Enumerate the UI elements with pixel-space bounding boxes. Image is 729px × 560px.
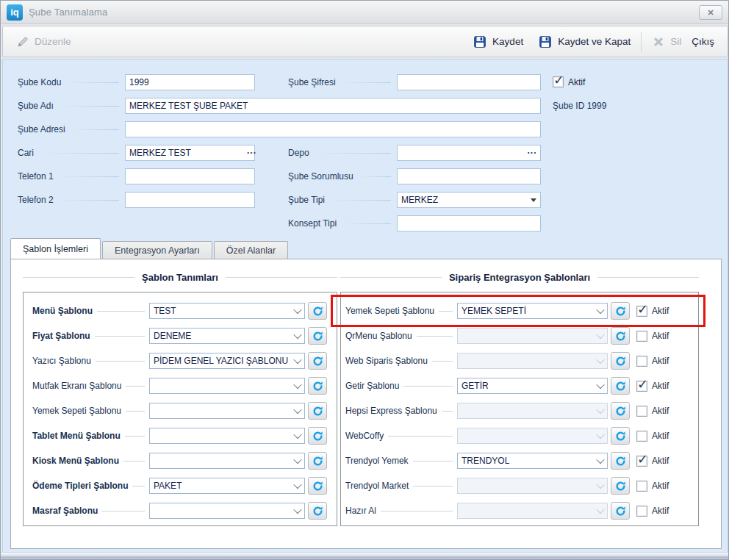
select-deme-tipleri-ablonu[interactable]: PAKET bbox=[149, 478, 305, 494]
leader-line bbox=[96, 361, 145, 362]
refresh-button[interactable] bbox=[308, 502, 327, 520]
refresh-icon bbox=[615, 406, 626, 417]
select-kiosk-men-ablonu[interactable] bbox=[149, 453, 305, 469]
leader-line bbox=[126, 411, 145, 412]
select-yemek-sepeti-ablonu[interactable] bbox=[149, 403, 305, 419]
refresh-icon bbox=[615, 306, 626, 317]
sil-button[interactable]: Sil bbox=[647, 32, 686, 51]
refresh-button[interactable] bbox=[308, 352, 327, 370]
cari-input[interactable] bbox=[126, 146, 247, 160]
sube-adi-label: Şube Adı bbox=[18, 98, 125, 114]
refresh-button[interactable] bbox=[308, 377, 327, 395]
select-qrmenu-ablonu[interactable] bbox=[457, 328, 608, 344]
refresh-button[interactable] bbox=[308, 302, 327, 320]
refresh-button[interactable] bbox=[611, 402, 630, 420]
select-webcoffy[interactable] bbox=[457, 428, 608, 444]
select-value: PİDEM GENEL YAZICI ŞABLONU bbox=[154, 356, 292, 366]
select-value: TEST bbox=[154, 306, 292, 316]
checkbox-box bbox=[636, 406, 647, 417]
checkbox-box bbox=[636, 456, 647, 467]
select-yaz-c-ablonu[interactable]: PİDEM GENEL YAZICI ŞABLONU bbox=[149, 353, 305, 369]
konsept-tipi-input[interactable] bbox=[397, 215, 541, 231]
aktif-label: Aktif bbox=[652, 406, 669, 416]
chevron-down-icon bbox=[293, 356, 301, 364]
kaydet-ve-kapat-button[interactable]: Kaydet ve Kapat bbox=[534, 32, 635, 52]
select-fiyat-ablonu[interactable]: DENEME bbox=[149, 328, 305, 344]
refresh-button[interactable] bbox=[611, 327, 630, 345]
refresh-button[interactable] bbox=[611, 502, 630, 520]
aktif-label: Aktif bbox=[652, 506, 669, 516]
delete-x-icon bbox=[652, 35, 665, 49]
tab-panel-sablon-islemleri: Şablon Tanımları Menü Şablonu TEST Fiyat… bbox=[10, 259, 722, 549]
sube-adresi-input[interactable] bbox=[125, 121, 541, 137]
select-men-ablonu[interactable]: TEST bbox=[149, 303, 305, 319]
close-icon[interactable] bbox=[699, 5, 722, 20]
select-trendyol-yemek[interactable]: TRENDYOL bbox=[457, 453, 608, 469]
tab-ablon-i-lemleri[interactable]: Şablon İşlemleri bbox=[10, 238, 101, 259]
aktif-checkbox[interactable]: Aktif bbox=[636, 331, 669, 342]
sube-tanimlama-window: iq Şube Tanımalama Düzenle Kaydet Kaydet… bbox=[0, 0, 729, 560]
aktif-checkbox[interactable]: Aktif bbox=[636, 356, 669, 367]
telefon1-input[interactable] bbox=[125, 168, 255, 184]
aktif-checkbox[interactable]: Aktif bbox=[636, 406, 669, 417]
sube-id-text: Şube ID 1999 bbox=[553, 101, 606, 111]
sube-tipi-select[interactable]: MERKEZ bbox=[397, 192, 541, 208]
refresh-button[interactable] bbox=[611, 302, 630, 320]
integration-row: Trendyol Market Aktif bbox=[341, 473, 698, 498]
select-getir-ablonu[interactable]: GETİR bbox=[457, 378, 608, 394]
field-label: WebCoffy bbox=[345, 431, 384, 441]
depo-lookup-button[interactable]: ... bbox=[524, 146, 540, 160]
field-label: Trendyol Yemek bbox=[345, 456, 409, 466]
field-label-wrap: Web Siparis Şablonu bbox=[345, 356, 457, 366]
telefon2-input[interactable] bbox=[125, 192, 255, 208]
refresh-button[interactable] bbox=[308, 327, 327, 345]
refresh-button[interactable] bbox=[308, 427, 327, 445]
select-yemek-sepeti-ablonu[interactable]: YEMEK SEPETİ bbox=[457, 303, 608, 319]
aktif-checkbox[interactable]: Aktif bbox=[636, 306, 669, 317]
cari-lookup-button[interactable]: ... bbox=[247, 146, 256, 160]
sube-sifresi-input[interactable] bbox=[397, 74, 541, 90]
aktif-checkbox[interactable]: Aktif bbox=[636, 431, 669, 442]
refresh-button[interactable] bbox=[611, 377, 630, 395]
aktif-checkbox-main[interactable]: Aktif bbox=[553, 76, 585, 87]
field-label: Getir Şablonu bbox=[345, 381, 399, 391]
aktif-label: Aktif bbox=[652, 456, 669, 466]
cikis-button[interactable]: Çıkış bbox=[687, 33, 719, 50]
sube-kodu-input[interactable] bbox=[125, 74, 255, 90]
tab-zel-alanlar[interactable]: Özel Alanlar bbox=[214, 241, 288, 259]
select-tablet-men-ablonu[interactable] bbox=[149, 428, 305, 444]
kaydet-button[interactable]: Kaydet bbox=[468, 32, 528, 52]
refresh-button[interactable] bbox=[308, 452, 327, 470]
sube-sorumlusu-input[interactable] bbox=[397, 168, 541, 184]
select-web-siparis-ablonu[interactable] bbox=[457, 353, 608, 369]
refresh-button[interactable] bbox=[611, 352, 630, 370]
select-trendyol-market[interactable] bbox=[457, 478, 608, 494]
refresh-button[interactable] bbox=[611, 427, 630, 445]
aktif-checkbox[interactable]: Aktif bbox=[636, 481, 669, 492]
field-label-wrap: Ödeme Tipleri Şablonu bbox=[32, 481, 149, 491]
leader-line bbox=[432, 361, 453, 362]
telefon1-label: Telefon 1 bbox=[18, 168, 125, 184]
aktif-checkbox[interactable]: Aktif bbox=[636, 506, 669, 517]
save-close-floppy-icon bbox=[538, 35, 553, 49]
select-masraf-ablonu[interactable] bbox=[149, 503, 305, 519]
leader-line bbox=[417, 336, 453, 337]
depo-input[interactable] bbox=[398, 146, 524, 160]
refresh-button[interactable] bbox=[308, 402, 327, 420]
select-haz-r-al[interactable] bbox=[457, 503, 608, 519]
tab-entegrasyon-ayarlar[interactable]: Entegrasyon Ayarları bbox=[102, 241, 212, 259]
select-mutfak-ekran-ablonu[interactable] bbox=[149, 378, 305, 394]
aktif-checkbox[interactable]: Aktif bbox=[636, 456, 669, 467]
refresh-button[interactable] bbox=[308, 477, 327, 495]
aktif-checkbox[interactable]: Aktif bbox=[636, 381, 669, 392]
sube-adi-input[interactable] bbox=[125, 98, 541, 114]
field-label-wrap: Trendyol Yemek bbox=[345, 456, 457, 466]
sube-sifresi-label: Şube Şifresi bbox=[288, 74, 397, 90]
select-hepsi-express-ablonu[interactable] bbox=[457, 403, 608, 419]
chevron-down-icon bbox=[293, 431, 301, 439]
duzenle-button[interactable]: Düzenle bbox=[12, 32, 76, 51]
refresh-button[interactable] bbox=[611, 477, 630, 495]
refresh-button[interactable] bbox=[611, 452, 630, 470]
checkbox-box bbox=[636, 356, 647, 367]
refresh-icon bbox=[615, 331, 626, 342]
